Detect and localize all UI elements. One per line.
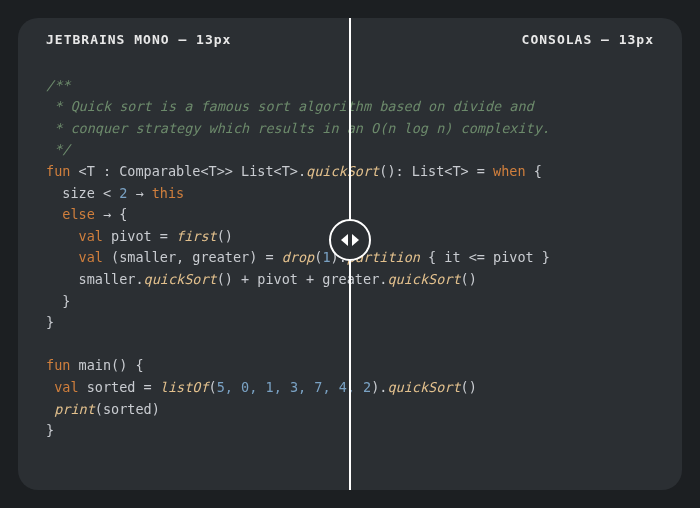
code-line: fun main() { bbox=[46, 357, 144, 373]
code-line: print(sorted) bbox=[46, 401, 160, 417]
code-line: val sorted = listOf(5, 0, 1, 3, 7, 4, 2)… bbox=[46, 379, 477, 395]
code-line: smaller.quickSort() + pivot + greater.qu… bbox=[46, 271, 477, 287]
code-line: } bbox=[46, 293, 70, 309]
chevron-right-icon bbox=[352, 234, 359, 246]
code-line: } bbox=[46, 314, 54, 330]
chevron-left-icon bbox=[341, 234, 348, 246]
compare-handle[interactable] bbox=[329, 219, 371, 261]
right-font-label: CONSOLAS – 13px bbox=[522, 32, 654, 47]
doc-line: */ bbox=[46, 141, 70, 157]
doc-line: /** bbox=[46, 77, 70, 93]
code-line: } bbox=[46, 422, 54, 438]
left-font-label: JETBRAINS MONO – 13px bbox=[46, 32, 231, 47]
font-compare-panel: JETBRAINS MONO – 13px CONSOLAS – 13px /*… bbox=[18, 18, 682, 490]
code-line: val (smaller, greater) = drop(1).partiti… bbox=[46, 249, 550, 265]
code-line: else → { bbox=[46, 206, 127, 222]
doc-line: * conquer strategy which results in an O… bbox=[46, 120, 550, 136]
doc-line: * Quick sort is a famous sort algorithm … bbox=[46, 98, 534, 114]
code-line: size < 2 → this bbox=[46, 185, 184, 201]
code-line: val pivot = first() bbox=[46, 228, 233, 244]
code-line: fun <T : Comparable<T>> List<T>.quickSor… bbox=[46, 163, 542, 179]
